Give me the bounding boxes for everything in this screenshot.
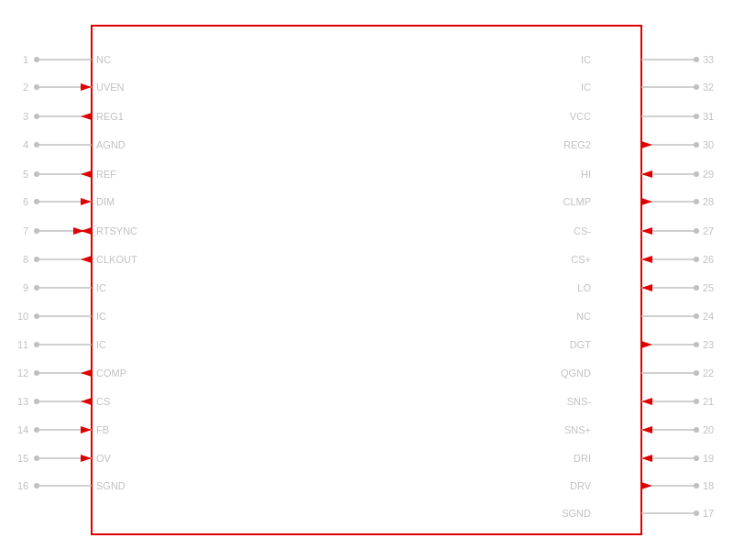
svg-text:31: 31 xyxy=(703,111,714,122)
svg-marker-101 xyxy=(641,198,652,205)
svg-marker-134 xyxy=(641,398,652,405)
svg-marker-27 xyxy=(81,198,92,205)
svg-text:NC: NC xyxy=(96,54,111,65)
svg-text:CLKOUT: CLKOUT xyxy=(96,254,137,265)
svg-text:SNS+: SNS+ xyxy=(564,424,591,435)
svg-text:26: 26 xyxy=(703,254,714,265)
svg-point-20 xyxy=(34,171,39,177)
svg-point-99 xyxy=(694,199,699,204)
svg-text:COMP: COMP xyxy=(96,368,126,379)
svg-text:29: 29 xyxy=(703,169,714,180)
svg-text:8: 8 xyxy=(23,254,28,265)
svg-point-128 xyxy=(694,370,699,376)
svg-text:28: 28 xyxy=(703,196,714,207)
svg-marker-96 xyxy=(641,170,652,178)
svg-point-81 xyxy=(694,84,699,90)
svg-point-137 xyxy=(694,427,699,433)
svg-point-104 xyxy=(694,228,699,234)
svg-point-147 xyxy=(694,483,699,489)
svg-marker-8 xyxy=(81,83,92,91)
svg-text:DRV: DRV xyxy=(570,480,592,491)
svg-text:REG2: REG2 xyxy=(563,139,591,150)
svg-text:3: 3 xyxy=(23,111,28,122)
svg-text:21: 21 xyxy=(703,396,714,407)
svg-text:24: 24 xyxy=(703,311,714,322)
svg-point-11 xyxy=(34,114,39,119)
svg-marker-125 xyxy=(641,341,652,348)
svg-point-68 xyxy=(34,456,39,461)
svg-marker-65 xyxy=(81,426,92,434)
svg-text:18: 18 xyxy=(703,480,714,491)
svg-point-16 xyxy=(34,142,39,148)
svg-point-63 xyxy=(34,427,39,433)
svg-text:FB: FB xyxy=(96,424,109,435)
ic-schematic-svg: 1 NC 2 UVEN 3 REG1 4 AGND 5 REF 6 DIM xyxy=(0,0,733,560)
svg-marker-91 xyxy=(641,141,652,148)
svg-text:QGND: QGND xyxy=(561,368,591,379)
svg-text:10: 10 xyxy=(17,311,28,322)
svg-text:DGT: DGT xyxy=(570,339,592,350)
svg-text:IC: IC xyxy=(581,54,591,65)
svg-text:IC: IC xyxy=(96,339,106,350)
svg-text:22: 22 xyxy=(703,368,714,379)
svg-marker-38 xyxy=(81,256,92,263)
svg-point-114 xyxy=(694,285,699,291)
svg-point-25 xyxy=(34,199,39,204)
svg-point-132 xyxy=(694,399,699,404)
svg-text:5: 5 xyxy=(23,169,28,180)
svg-text:CS: CS xyxy=(96,396,110,407)
svg-point-41 xyxy=(34,285,39,291)
svg-point-119 xyxy=(694,313,699,319)
svg-text:CS-: CS- xyxy=(574,225,591,236)
svg-point-109 xyxy=(694,257,699,262)
schematic-diagram: 1 NC 2 UVEN 3 REG1 4 AGND 5 REF 6 DIM xyxy=(0,0,733,560)
svg-marker-106 xyxy=(641,227,652,235)
svg-text:25: 25 xyxy=(703,282,714,293)
svg-text:11: 11 xyxy=(17,339,28,350)
svg-point-94 xyxy=(694,171,699,177)
svg-text:VCC: VCC xyxy=(570,111,591,122)
svg-text:SGND: SGND xyxy=(96,480,126,491)
svg-text:REF: REF xyxy=(96,169,116,180)
svg-rect-0 xyxy=(92,26,641,534)
svg-marker-22 xyxy=(81,170,92,178)
svg-point-73 xyxy=(34,483,39,489)
svg-text:CLMP: CLMP xyxy=(563,196,591,207)
svg-text:OV: OV xyxy=(96,453,112,464)
svg-text:CS+: CS+ xyxy=(571,254,591,265)
svg-point-45 xyxy=(34,313,39,319)
svg-marker-60 xyxy=(81,398,92,405)
svg-text:27: 27 xyxy=(703,225,714,236)
svg-text:1: 1 xyxy=(23,54,28,65)
svg-text:4: 4 xyxy=(23,139,28,150)
svg-point-36 xyxy=(34,257,39,262)
svg-text:16: 16 xyxy=(17,480,28,491)
svg-text:RTSYNC: RTSYNC xyxy=(96,225,137,236)
svg-point-85 xyxy=(694,114,699,119)
svg-point-152 xyxy=(694,511,699,516)
svg-point-89 xyxy=(694,142,699,148)
svg-point-77 xyxy=(694,57,699,62)
svg-text:LO: LO xyxy=(577,282,591,293)
svg-text:12: 12 xyxy=(17,368,28,379)
svg-text:DIM: DIM xyxy=(96,196,115,207)
svg-text:2: 2 xyxy=(23,82,28,93)
svg-text:9: 9 xyxy=(23,282,28,293)
svg-marker-55 xyxy=(81,369,92,377)
svg-point-53 xyxy=(34,370,39,376)
svg-text:REG1: REG1 xyxy=(96,111,124,122)
svg-point-30 xyxy=(34,228,39,234)
svg-text:15: 15 xyxy=(17,453,28,464)
svg-text:SGND: SGND xyxy=(562,508,591,519)
svg-text:13: 13 xyxy=(17,396,28,407)
svg-text:32: 32 xyxy=(703,82,714,93)
svg-text:30: 30 xyxy=(703,139,714,150)
svg-point-123 xyxy=(694,342,699,347)
svg-text:IC: IC xyxy=(581,82,591,93)
svg-text:AGND: AGND xyxy=(96,139,126,150)
svg-text:17: 17 xyxy=(703,508,714,519)
svg-text:19: 19 xyxy=(703,453,714,464)
svg-point-142 xyxy=(694,456,699,461)
svg-text:UVEN: UVEN xyxy=(96,82,125,93)
svg-marker-149 xyxy=(641,482,652,489)
